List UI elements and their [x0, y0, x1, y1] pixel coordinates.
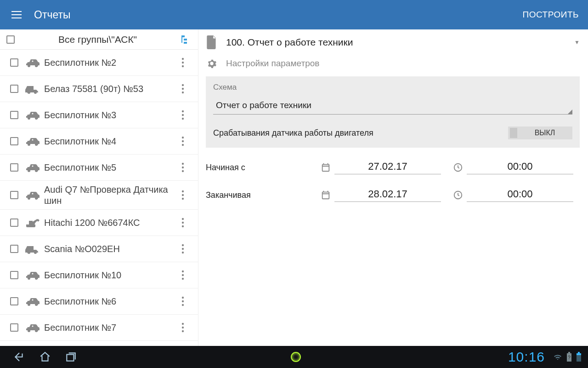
svg-point-31: [32, 193, 34, 195]
select-all-checkbox[interactable]: [6, 35, 15, 44]
svg-point-26: [182, 163, 184, 165]
vehicle-more-button[interactable]: [181, 110, 192, 120]
svg-point-28: [182, 170, 184, 172]
scheme-select[interactable]: Отчет о работе техники: [213, 97, 572, 115]
svg-point-40: [182, 244, 184, 246]
vehicle-more-button[interactable]: [181, 270, 192, 280]
date-to-row: Заканчивая 28.02.17 00:00: [206, 184, 580, 207]
report-panel: 100. Отчет о работе техники ▼ Настройки …: [198, 29, 588, 346]
parameters-panel: Схема Отчет о работе техники Срабатывани…: [206, 76, 580, 148]
vehicle-row[interactable]: Беспилотник №2: [0, 50, 198, 76]
build-report-button[interactable]: ПОСТРОИТЬ: [523, 10, 579, 20]
nav-home-button[interactable]: [32, 346, 58, 368]
vehicle-more-button[interactable]: [181, 322, 192, 333]
svg-point-8: [182, 84, 184, 86]
vehicle-checkbox[interactable]: [10, 163, 18, 172]
car-icon: [24, 134, 41, 149]
tree-toggle-button[interactable]: [181, 34, 192, 45]
car-icon: [24, 188, 41, 202]
dump-truck-icon: [24, 242, 41, 256]
svg-point-29: [28, 197, 30, 200]
svg-point-41: [182, 248, 184, 250]
vehicle-row[interactable]: Scania №О029ЕН: [0, 236, 198, 262]
svg-point-49: [28, 303, 30, 306]
vehicle-row[interactable]: Белаз 75581 (90т) №53: [0, 76, 198, 102]
car-icon: [24, 320, 41, 335]
vehicle-label: Scania №О029ЕН: [44, 243, 181, 254]
svg-point-12: [35, 117, 38, 120]
report-selector[interactable]: 100. Отчет о работе техники ▼: [206, 31, 580, 53]
svg-rect-65: [568, 352, 570, 353]
vehicle-row[interactable]: Audi Q7 №Проверка Датчика шин: [0, 181, 198, 210]
vehicle-checkbox[interactable]: [10, 323, 18, 332]
svg-point-43: [28, 277, 30, 280]
vehicle-more-button[interactable]: [181, 296, 192, 306]
calendar-icon: [321, 162, 331, 172]
car-icon: [24, 268, 41, 282]
recent-apps-icon: [65, 351, 77, 363]
svg-point-53: [182, 300, 184, 302]
car-icon: [24, 294, 41, 309]
svg-point-38: [27, 251, 30, 253]
vehicle-checkbox[interactable]: [10, 245, 18, 253]
to-date-input[interactable]: 28.02.17: [334, 188, 441, 202]
svg-point-15: [182, 114, 184, 116]
car-icon: [24, 160, 41, 175]
vehicle-row[interactable]: Беспилотник №7: [0, 315, 198, 341]
svg-point-32: [182, 190, 184, 192]
voice-search-icon[interactable]: [291, 352, 301, 362]
vehicle-checkbox[interactable]: [10, 218, 18, 227]
nav-recent-button[interactable]: [58, 346, 84, 368]
svg-point-37: [182, 225, 184, 227]
parameters-label: Настройки параметров: [226, 58, 319, 69]
vehicle-checkbox[interactable]: [10, 58, 18, 67]
sensor-toggle[interactable]: ВЫКЛ: [508, 126, 572, 139]
vehicle-more-button[interactable]: [181, 58, 192, 68]
vehicle-label: Беспилотник №10: [44, 270, 181, 281]
menu-button[interactable]: [7, 6, 26, 24]
svg-point-27: [182, 167, 184, 168]
vehicle-list[interactable]: Беспилотник №2Белаз 75581 (90т) №53Беспи…: [0, 50, 198, 346]
svg-point-51: [32, 299, 34, 301]
svg-rect-63: [67, 355, 74, 361]
vehicle-more-button[interactable]: [181, 244, 192, 254]
group-header: Все группы\"АСК": [0, 29, 198, 50]
vehicle-checkbox[interactable]: [10, 191, 18, 199]
vehicle-row[interactable]: Беспилотник №10: [0, 262, 198, 288]
excavator-icon: [24, 215, 41, 230]
vehicle-label: Audi Q7 №Проверка Датчика шин: [44, 184, 181, 206]
vehicle-row[interactable]: Беспилотник №5: [0, 155, 198, 181]
status-tray[interactable]: 10:16 ?: [508, 349, 582, 365]
svg-point-46: [182, 270, 184, 272]
to-time-input[interactable]: 00:00: [467, 188, 573, 202]
vehicle-more-button[interactable]: [181, 136, 192, 146]
from-time-input[interactable]: 00:00: [467, 161, 573, 174]
from-date-input[interactable]: 27.02.17: [334, 161, 441, 174]
svg-point-35: [182, 218, 184, 220]
vehicle-more-button[interactable]: [181, 190, 192, 200]
vehicle-row[interactable]: Беспилотник №6: [0, 288, 198, 315]
vehicle-checkbox[interactable]: [10, 297, 18, 305]
app-bar: Отчеты ПОСТРОИТЬ: [0, 0, 588, 29]
vehicle-checkbox[interactable]: [10, 271, 18, 279]
vehicle-row[interactable]: Беспилотник №4: [0, 128, 198, 155]
vehicle-checkbox[interactable]: [10, 137, 18, 145]
nav-back-button[interactable]: [6, 346, 32, 368]
svg-point-0: [28, 64, 30, 67]
dropdown-caret-icon: ▼: [574, 39, 580, 46]
vehicle-more-button[interactable]: [181, 218, 192, 228]
clock-icon: [453, 190, 463, 200]
vehicle-checkbox[interactable]: [10, 85, 18, 93]
vehicle-row[interactable]: Беспилотник №3: [0, 102, 198, 128]
vehicle-label: Беспилотник №5: [44, 162, 181, 173]
hamburger-icon: [11, 11, 22, 18]
vehicle-row[interactable]: Hitachi 1200 №6674КС: [0, 210, 198, 236]
vehicle-more-button[interactable]: [181, 84, 192, 94]
group-breadcrumb[interactable]: Все группы\"АСК": [24, 34, 181, 45]
vehicle-checkbox[interactable]: [10, 111, 18, 119]
vehicle-more-button[interactable]: [181, 162, 192, 172]
report-title: 100. Отчет о работе техники: [226, 37, 574, 48]
scheme-value: Отчет о работе техники: [216, 100, 570, 110]
car-icon: [24, 55, 41, 70]
svg-point-11: [28, 117, 30, 120]
